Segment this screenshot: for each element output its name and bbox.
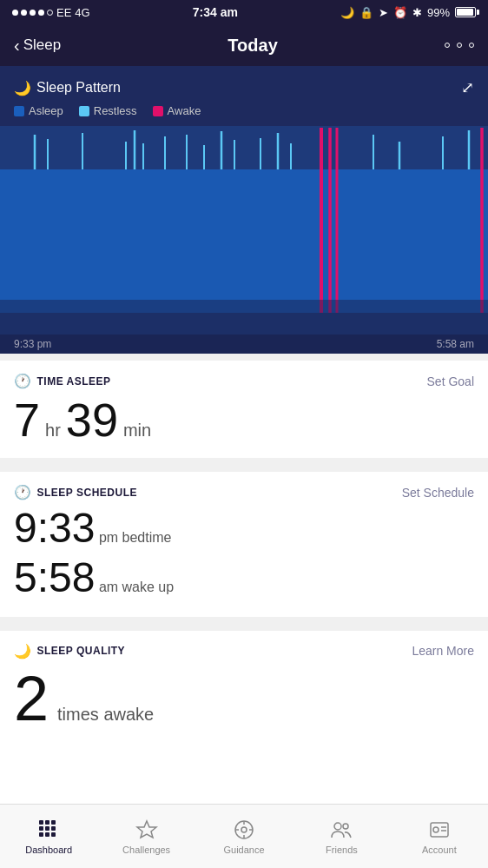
nav-account[interactable]: Account (391, 811, 488, 862)
sleep-moon-icon: 🌙 (14, 80, 31, 96)
legend-restless: Restless (79, 104, 137, 117)
svg-rect-31 (39, 832, 43, 837)
svg-rect-32 (45, 832, 49, 837)
svg-rect-28 (39, 826, 43, 831)
quality-value: 2 (14, 665, 49, 733)
svg-rect-33 (51, 832, 56, 837)
svg-rect-25 (39, 820, 43, 825)
svg-rect-1 (0, 169, 488, 313)
asleep-color (14, 106, 24, 116)
svg-rect-27 (51, 820, 56, 825)
sleep-chart-title: 🌙 Sleep Pattern (14, 80, 121, 96)
status-right: 🌙 🔒 ➤ ⏰ ✱ 99% (340, 6, 476, 19)
wakeup-row: 5:58 am wake up (14, 555, 474, 601)
nav-friends[interactable]: Friends (293, 811, 390, 862)
battery-fill (457, 9, 473, 16)
carrier-label: EE (56, 6, 71, 19)
svg-point-42 (343, 824, 348, 829)
wakeup-suffix: am wake up (99, 580, 174, 594)
legend-asleep: Asleep (14, 104, 63, 117)
schedule-clock-icon: 🕐 (14, 484, 32, 500)
svg-rect-24 (0, 300, 488, 335)
signal-dots (12, 10, 53, 16)
time-asleep-header: 🕐 TIME ASLEEP Set Goal (14, 373, 474, 389)
more-dot-2 (457, 43, 462, 48)
nav-challenges[interactable]: Challenges (97, 811, 195, 862)
more-menu[interactable] (445, 43, 474, 48)
account-icon (427, 818, 452, 842)
divider-1 (0, 354, 488, 361)
status-bar: EE 4G 7:34 am 🌙 🔒 ➤ ⏰ ✱ 99% (0, 0, 488, 24)
time-asleep-clock-icon: 🕐 (14, 373, 32, 389)
wakeup-value: 5:58 (14, 554, 95, 600)
friends-icon (329, 818, 353, 842)
bluetooth-icon: ✱ (412, 6, 422, 19)
restless-label: Restless (94, 104, 137, 117)
set-goal-button[interactable]: Set Goal (427, 374, 474, 388)
asleep-label: Asleep (29, 104, 63, 117)
sleep-chart-section: 🌙 Sleep Pattern ⤢ Asleep Restless Awake (0, 66, 488, 354)
expand-button[interactable]: ⤢ (461, 78, 474, 97)
quality-moon-icon: 🌙 (14, 643, 32, 659)
back-label: Sleep (23, 36, 61, 54)
account-label: Account (422, 845, 457, 855)
chart-start-time: 9:33 pm (14, 338, 51, 350)
sleep-quality-header: 🌙 SLEEP QUALITY Learn More (14, 643, 474, 659)
set-schedule-button[interactable]: Set Schedule (402, 486, 474, 500)
lock-icon: 🔒 (359, 6, 373, 19)
nav-guidance[interactable]: Guidance (195, 811, 293, 862)
sleep-quality-title: 🌙 SLEEP QUALITY (14, 643, 125, 659)
chart-end-time: 5:58 am (437, 338, 474, 350)
guidance-label: Guidance (223, 845, 264, 855)
bedtime-value: 9:33 (14, 505, 95, 551)
bedtime-suffix: pm bedtime (99, 530, 172, 545)
legend-awake: Awake (153, 104, 201, 117)
sleep-schedule-title: 🕐 SLEEP SCHEDULE (14, 484, 137, 500)
sleep-quality-value-row: 2 times awake (14, 665, 474, 733)
moon-status-icon: 🌙 (340, 6, 354, 19)
nav-dashboard[interactable]: Dashboard (0, 811, 97, 862)
divider-2 (0, 465, 488, 472)
chart-times: 9:33 pm 5:58 am (0, 335, 488, 354)
svg-point-41 (334, 823, 341, 830)
svg-point-44 (433, 827, 439, 832)
sleep-chart (0, 126, 488, 335)
minutes-unit: min (123, 421, 151, 441)
battery-indicator (455, 7, 476, 17)
back-button[interactable]: ‹ Sleep (14, 36, 61, 56)
dot2 (21, 10, 27, 16)
dot1 (12, 10, 18, 16)
network-label: 4G (75, 6, 89, 19)
time-asleep-value: 7 hr 39 min (14, 394, 474, 446)
svg-point-36 (241, 827, 247, 832)
bedtime-row: 9:33 pm bedtime (14, 506, 474, 552)
hours-unit: hr (45, 421, 61, 441)
challenges-icon (135, 818, 159, 842)
svg-rect-30 (51, 826, 56, 831)
time-asleep-section: 🕐 TIME ASLEEP Set Goal 7 hr 39 min (0, 361, 488, 458)
restless-color (79, 106, 89, 116)
dashboard-label: Dashboard (25, 845, 72, 855)
dot4 (38, 10, 44, 16)
svg-rect-29 (45, 826, 49, 831)
sleep-chart-header: 🌙 Sleep Pattern ⤢ (0, 78, 488, 104)
more-dot-3 (469, 43, 474, 48)
dashboard-icon (36, 818, 61, 842)
friends-label: Friends (326, 845, 358, 855)
page-title: Today (228, 36, 277, 56)
dot5 (47, 10, 53, 16)
status-left: EE 4G (12, 6, 90, 19)
awake-color (153, 106, 163, 116)
back-chevron-icon: ‹ (14, 36, 20, 56)
learn-more-button[interactable]: Learn More (412, 644, 474, 658)
challenges-label: Challenges (122, 845, 170, 855)
sleep-legend: Asleep Restless Awake (0, 104, 488, 126)
sleep-quality-section: 🌙 SLEEP QUALITY Learn More 2 times awake (0, 631, 488, 812)
status-time: 7:34 am (193, 5, 238, 19)
nav-bar: ‹ Sleep Today (0, 24, 488, 66)
battery-label: 99% (427, 6, 450, 19)
more-dot-1 (445, 43, 450, 48)
sleep-chart-svg (0, 126, 488, 335)
svg-marker-34 (137, 821, 156, 838)
awake-label: Awake (168, 104, 201, 117)
